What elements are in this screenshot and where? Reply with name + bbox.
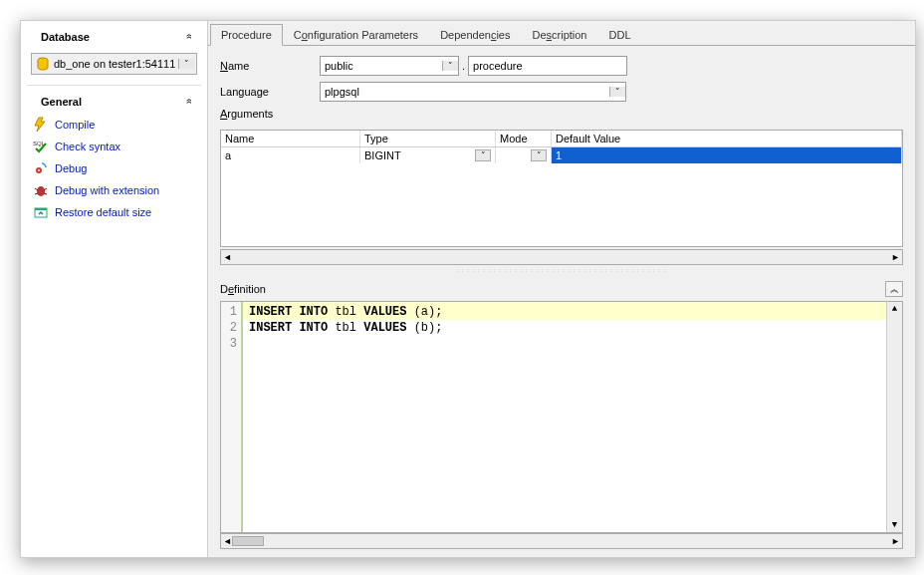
- cell-arg-type-text: BIGINT: [364, 149, 401, 161]
- line-number: 2: [221, 320, 237, 336]
- sidebar-item-label: Compile: [55, 119, 95, 131]
- scroll-right-icon[interactable]: ►: [891, 536, 900, 546]
- procedure-name-input[interactable]: [468, 56, 627, 76]
- svg-line-8: [44, 193, 47, 194]
- sql-editor[interactable]: 1 2 3 INSERT INTO tbl VALUES (a); INSERT…: [220, 301, 903, 533]
- definition-header: Definition ︽: [208, 279, 915, 299]
- sidebar: Database » db_one on tester1:54111 | ˅ G…: [21, 21, 208, 557]
- scroll-down-icon[interactable]: ▼: [892, 520, 897, 530]
- svg-point-3: [38, 169, 40, 171]
- dropdown-icon[interactable]: ˅: [475, 149, 491, 161]
- language-combo[interactable]: plpgsql ˅: [320, 82, 626, 102]
- lightning-icon: [33, 117, 49, 133]
- grid-header-row: Name Type Mode Default Value: [221, 131, 902, 147]
- cell-arg-type[interactable]: BIGINT ˅: [360, 147, 496, 163]
- sidebar-section-general[interactable]: General »: [27, 90, 201, 114]
- tab-strip: Procedure Configuration Parameters Depen…: [208, 21, 915, 46]
- collapse-up-button[interactable]: ︽: [885, 281, 903, 297]
- sidebar-section-database-title: Database: [41, 31, 90, 43]
- cell-arg-default[interactable]: 1: [552, 147, 902, 163]
- tab-label: Procedure: [221, 29, 272, 41]
- tab-dependencies[interactable]: Dependencies: [429, 24, 521, 46]
- sidebar-item-label: Debug: [55, 162, 87, 174]
- language-label: Language: [220, 86, 320, 98]
- name-label: Name: [220, 60, 320, 72]
- database-selector[interactable]: db_one on tester1:54111 | ˅: [31, 53, 197, 75]
- svg-line-7: [35, 193, 38, 194]
- cell-arg-name[interactable]: a: [221, 147, 360, 163]
- chevron-up-icon: ︽: [890, 283, 899, 296]
- dropdown-icon[interactable]: ˅: [178, 59, 194, 69]
- dot-separator: .: [459, 60, 468, 72]
- sidebar-section-general-title: General: [41, 96, 82, 108]
- editor-gutter: 1 2 3: [221, 302, 243, 532]
- dropdown-icon[interactable]: ˅: [609, 87, 625, 97]
- sidebar-item-label: Restore default size: [55, 206, 151, 218]
- line-number: 3: [221, 336, 237, 352]
- scroll-right-icon[interactable]: ►: [891, 252, 900, 262]
- line-number: 1: [221, 304, 237, 320]
- arguments-label: Arguments: [220, 108, 903, 120]
- tab-ddl[interactable]: DDL: [598, 24, 642, 46]
- scroll-up-icon[interactable]: ▲: [892, 304, 897, 314]
- divider: [27, 85, 201, 86]
- main-panel: Procedure Configuration Parameters Depen…: [208, 21, 915, 557]
- definition-label: Definition: [220, 283, 266, 295]
- tab-config-params[interactable]: Configuration Parameters: [283, 24, 429, 46]
- sidebar-item-check-syntax[interactable]: SQL Check syntax: [27, 136, 201, 157]
- sidebar-item-debug[interactable]: Debug: [27, 157, 201, 179]
- window-root: Database » db_one on tester1:54111 | ˅ G…: [20, 20, 916, 558]
- col-header-type[interactable]: Type: [360, 131, 496, 146]
- grid-hscrollbar[interactable]: ◄ ►: [220, 249, 903, 265]
- svg-rect-10: [35, 208, 47, 210]
- schema-combo[interactable]: public ˅: [320, 56, 459, 76]
- sidebar-item-label: Debug with extension: [55, 184, 159, 196]
- col-header-name[interactable]: Name: [221, 131, 360, 146]
- sidebar-item-label: Check syntax: [55, 141, 120, 152]
- sidebar-item-restore-size[interactable]: Restore default size: [27, 201, 201, 223]
- grid-empty-area[interactable]: [221, 163, 902, 246]
- splitter-handle[interactable]: : : : : : : : : : : : : : : : : : : : : …: [208, 267, 915, 277]
- schema-value: public: [321, 60, 442, 72]
- sidebar-item-debug-extension[interactable]: Debug with extension: [27, 179, 201, 201]
- sidebar-section-database[interactable]: Database »: [27, 25, 201, 49]
- tab-procedure[interactable]: Procedure: [210, 24, 283, 46]
- dropdown-icon[interactable]: ˅: [442, 61, 458, 71]
- collapse-icon: »: [184, 100, 195, 104]
- sidebar-item-compile[interactable]: Compile: [27, 114, 201, 136]
- tab-label: DDL: [609, 29, 631, 41]
- form-area: Name public ˅ . Language plpgsql ˅ Argum…: [208, 46, 915, 126]
- language-value: plpgsql: [321, 86, 609, 98]
- tab-description[interactable]: Description: [521, 24, 597, 46]
- cell-arg-mode[interactable]: ˅: [496, 147, 552, 163]
- scroll-left-icon[interactable]: ◄: [223, 252, 232, 262]
- editor-vscrollbar[interactable]: ▲ ▼: [886, 302, 902, 532]
- arguments-grid[interactable]: Name Type Mode Default Value a BIGINT ˅ …: [220, 130, 903, 247]
- database-icon: [36, 57, 50, 71]
- editor-code-area[interactable]: INSERT INTO tbl VALUES (a); INSERT INTO …: [243, 302, 886, 532]
- collapse-icon: »: [184, 35, 195, 39]
- svg-point-4: [37, 186, 45, 196]
- checkmark-icon: SQL: [33, 139, 49, 154]
- bug-icon: [33, 182, 49, 198]
- editor-hscrollbar[interactable]: ◄ ►: [220, 533, 903, 549]
- col-header-default[interactable]: Default Value: [552, 131, 902, 146]
- scrollbar-thumb[interactable]: [232, 536, 264, 546]
- dropdown-icon[interactable]: ˅: [531, 149, 547, 161]
- scroll-left-icon[interactable]: ◄: [223, 536, 232, 546]
- col-header-mode[interactable]: Mode: [496, 131, 552, 146]
- grid-row[interactable]: a BIGINT ˅ ˅ 1: [221, 147, 902, 163]
- restore-size-icon: [33, 204, 49, 220]
- database-selector-text: db_one on tester1:54111 |: [54, 58, 178, 70]
- debug-icon: [33, 160, 49, 176]
